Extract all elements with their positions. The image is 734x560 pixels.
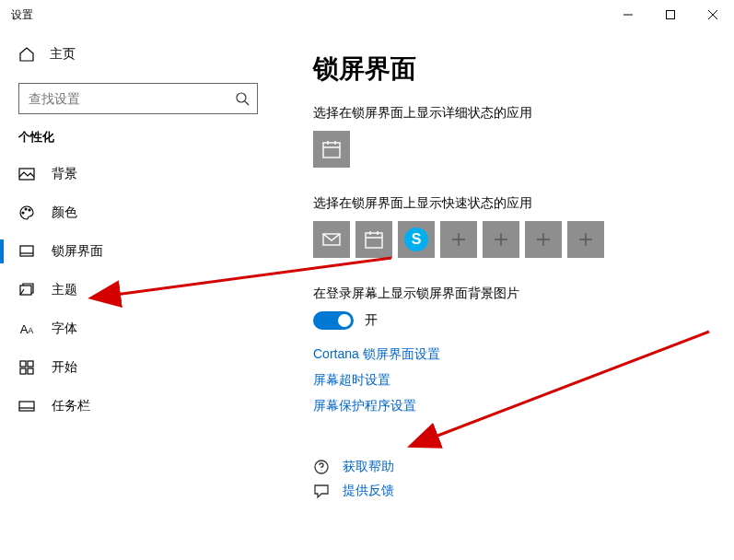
sidebar-item-themes[interactable]: 主题 (0, 271, 276, 309)
start-icon (18, 359, 35, 376)
calendar-icon (321, 139, 342, 159)
nav-label: 字体 (52, 321, 77, 337)
link-cortana-lockscreen[interactable]: Cortana 锁屏界面设置 (313, 346, 716, 363)
help-label: 获取帮助 (343, 459, 394, 475)
svg-rect-9 (28, 361, 33, 367)
help-icon (313, 459, 330, 475)
page-title: 锁屏界面 (313, 52, 716, 87)
detail-status-app-tile[interactable] (313, 131, 350, 168)
themes-icon (18, 282, 35, 298)
svg-point-3 (22, 212, 24, 214)
home-label: 主页 (50, 46, 76, 63)
svg-point-1 (237, 93, 246, 102)
section-label: 个性化 (0, 129, 276, 155)
svg-rect-8 (20, 361, 26, 367)
sidebar-item-fonts[interactable]: AA 字体 (0, 309, 276, 348)
detail-status-label: 选择在锁屏界面上显示详细状态的应用 (313, 105, 716, 122)
plus-icon (450, 231, 467, 248)
svg-rect-15 (366, 233, 382, 248)
close-button[interactable] (692, 0, 734, 29)
quick-status-tile-add-1[interactable] (440, 221, 477, 258)
maximize-button[interactable] (649, 0, 692, 29)
sidebar-item-colors[interactable]: 颜色 (0, 193, 276, 232)
svg-rect-11 (28, 368, 33, 374)
nav-label: 颜色 (52, 204, 77, 221)
fonts-icon: AA (18, 321, 35, 337)
nav-label: 主题 (52, 282, 77, 298)
mail-icon (321, 229, 342, 250)
sidebar-item-start[interactable]: 开始 (0, 348, 276, 387)
plus-icon (535, 231, 552, 248)
sidebar-item-lockscreen[interactable]: 锁屏界面 (0, 232, 276, 271)
feedback-link[interactable]: 提供反馈 (313, 483, 716, 499)
search-icon (235, 91, 250, 106)
minimize-button[interactable] (607, 0, 649, 29)
calendar-icon (364, 229, 384, 250)
nav-label: 锁屏界面 (52, 243, 103, 260)
signin-bg-label: 在登录屏幕上显示锁屏界面背景图片 (313, 286, 716, 302)
svg-point-5 (29, 209, 30, 211)
lockscreen-icon (18, 243, 35, 260)
quick-status-tile-mail[interactable] (313, 221, 350, 258)
nav-label: 开始 (52, 359, 77, 376)
sidebar-item-background[interactable]: 背景 (0, 155, 276, 193)
signin-bg-toggle[interactable] (313, 311, 354, 330)
plus-icon (493, 231, 509, 248)
search-input[interactable] (27, 90, 235, 107)
svg-rect-10 (20, 368, 26, 374)
plus-icon (577, 231, 594, 248)
quick-status-tile-add-3[interactable] (525, 221, 562, 258)
link-screen-timeout[interactable]: 屏幕超时设置 (313, 372, 716, 389)
toggle-state-label: 开 (365, 312, 378, 329)
nav-label: 任务栏 (52, 398, 90, 414)
sidebar: 主页 个性化 背景 颜色 锁屏界面 (0, 29, 276, 560)
taskbar-icon (18, 398, 35, 414)
feedback-icon (313, 483, 330, 499)
feedback-label: 提供反馈 (343, 483, 394, 499)
search-box[interactable] (18, 83, 258, 114)
picture-icon (18, 166, 35, 182)
home-icon (18, 46, 35, 63)
sidebar-item-taskbar[interactable]: 任务栏 (0, 387, 276, 426)
svg-rect-13 (323, 143, 340, 158)
quick-status-tile-add-4[interactable] (567, 221, 604, 258)
svg-point-4 (25, 208, 27, 210)
quick-status-tile-skype[interactable]: S (398, 221, 435, 258)
svg-rect-12 (19, 402, 34, 411)
svg-rect-6 (20, 246, 33, 256)
titlebar: 设置 (0, 0, 734, 29)
svg-rect-0 (667, 11, 675, 19)
nav-label: 背景 (52, 166, 77, 182)
skype-icon: S (404, 228, 428, 251)
svg-rect-7 (20, 286, 31, 295)
palette-icon (18, 204, 35, 221)
quick-status-tile-calendar[interactable] (355, 221, 392, 258)
link-screensaver-settings[interactable]: 屏幕保护程序设置 (313, 398, 716, 414)
quick-status-tile-add-2[interactable] (483, 221, 519, 258)
content-area: 锁屏界面 选择在锁屏界面上显示详细状态的应用 选择在锁屏界面上显示快速状态的应用 (276, 29, 734, 560)
window-title: 设置 (11, 7, 33, 23)
get-help-link[interactable]: 获取帮助 (313, 459, 716, 475)
home-nav[interactable]: 主页 (0, 39, 276, 70)
quick-status-label: 选择在锁屏界面上显示快速状态的应用 (313, 195, 716, 212)
